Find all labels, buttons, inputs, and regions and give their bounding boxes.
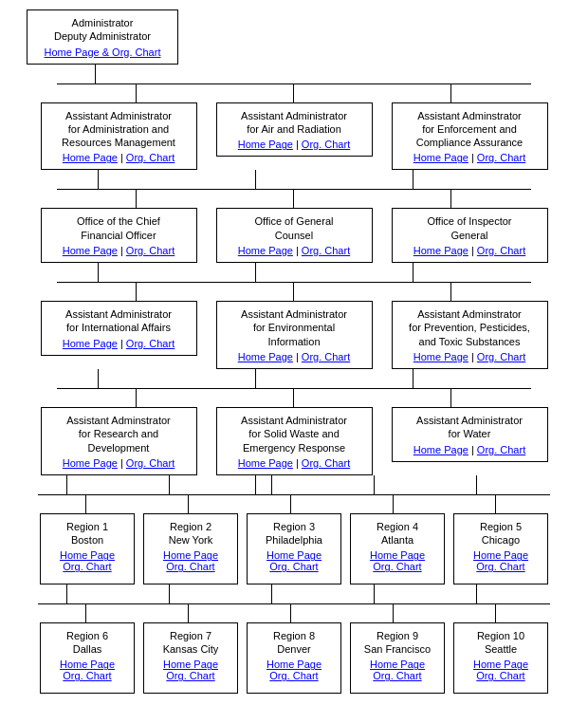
region8-node: Region 8 Denver Home Page Org. Chart <box>247 622 341 694</box>
r5-home[interactable]: Home Page <box>473 549 528 561</box>
research-home[interactable]: Home Page <box>63 457 118 469</box>
prevention-node: Assistant Adminstrator for Prevention, P… <box>392 301 548 369</box>
intl-org[interactable]: Org. Chart <box>126 338 175 349</box>
inspector-org[interactable]: Org. Chart <box>477 245 525 256</box>
r8-org[interactable]: Org. Chart <box>269 670 318 681</box>
r9-org[interactable]: Org. Chart <box>373 670 421 681</box>
r4-org[interactable]: Org. Chart <box>373 561 421 572</box>
cfo-node: Office of the Chief Financial Officer Ho… <box>41 208 197 263</box>
region5-node: Region 5 Chicago Home Page Org. Chart <box>453 513 548 584</box>
top-link1[interactable]: Home Page & Org. Chart <box>45 46 161 58</box>
gen-counsel-home[interactable]: Home Page <box>238 245 293 256</box>
water-node: Assistant Administrator for Water Home P… <box>392 407 548 462</box>
aa-air-node: Assistant Administrator for Air and Radi… <box>216 102 373 158</box>
org-chart: Administrator Deputy Administrator Home … <box>9 9 579 694</box>
aa-air-home[interactable]: Home Page <box>238 139 293 150</box>
r8-home[interactable]: Home Page <box>266 659 322 670</box>
top-title: Administrator Deputy Administrator <box>35 16 170 44</box>
top-line1: Administrator <box>35 16 170 29</box>
r4-home[interactable]: Home Page <box>370 549 425 561</box>
aa-admin-org[interactable]: Org. Chart <box>126 152 175 163</box>
aa-enforce-node: Assistant Adminstrator for Enforcement a… <box>392 102 548 171</box>
cfo-home[interactable]: Home Page <box>63 245 118 256</box>
region9-node: Region 9 San Francisco Home Page Org. Ch… <box>350 622 445 694</box>
inspector-node: Office of Inspector General Home Page | … <box>392 208 548 263</box>
r6-home[interactable]: Home Page <box>60 659 115 670</box>
r3-home[interactable]: Home Page <box>266 549 322 561</box>
r9-home[interactable]: Home Page <box>370 659 425 670</box>
solid-waste-org[interactable]: Org. Chart <box>302 457 350 469</box>
top-line2: Deputy Administrator <box>35 29 170 43</box>
solid-waste-home[interactable]: Home Page <box>238 457 293 469</box>
aa-enforce-org[interactable]: Org. Chart <box>477 152 525 163</box>
water-org[interactable]: Org. Chart <box>477 444 525 455</box>
aa-enforce-home[interactable]: Home Page <box>413 152 469 163</box>
cfo-org[interactable]: Org. Chart <box>126 245 175 256</box>
region6-node: Region 6 Dallas Home Page Org. Chart <box>40 622 135 694</box>
prevention-org[interactable]: Org. Chart <box>477 351 525 362</box>
aa-air-org[interactable]: Org. Chart <box>302 139 350 150</box>
r2-home[interactable]: Home Page <box>163 549 218 561</box>
top-node: Administrator Deputy Administrator Home … <box>27 9 178 65</box>
env-info-home[interactable]: Home Page <box>238 351 293 362</box>
r7-org[interactable]: Org. Chart <box>166 670 214 681</box>
top-links: Home Page & Org. Chart <box>35 46 170 58</box>
intl-node: Assistant Administrator for Internationa… <box>41 301 197 356</box>
r10-home[interactable]: Home Page <box>473 659 528 670</box>
r1-org[interactable]: Org. Chart <box>63 561 111 572</box>
region1-node: Region 1 Boston Home Page Org. Chart <box>40 513 135 584</box>
region10-node: Region 10 Seattle Home Page Org. Chart <box>453 622 548 694</box>
region7-node: Region 7 Kansas City Home Page Org. Char… <box>143 622 238 694</box>
r5-org[interactable]: Org. Chart <box>476 561 524 572</box>
water-home[interactable]: Home Page <box>413 444 469 455</box>
r7-home[interactable]: Home Page <box>163 659 218 670</box>
r6-org[interactable]: Org. Chart <box>63 670 111 681</box>
prevention-home[interactable]: Home Page <box>413 351 469 362</box>
research-org[interactable]: Org. Chart <box>126 457 175 469</box>
gen-counsel-node: Office of General Counsel Home Page | Or… <box>216 208 373 263</box>
region4-node: Region 4 Atlanta Home Page Org. Chart <box>350 513 445 584</box>
env-info-org[interactable]: Org. Chart <box>302 351 350 362</box>
intl-home[interactable]: Home Page <box>63 338 118 349</box>
region2-node: Region 2 New York Home Page Org. Chart <box>143 513 238 584</box>
inspector-home[interactable]: Home Page <box>413 245 469 256</box>
r1-home[interactable]: Home Page <box>60 549 115 561</box>
r2-org[interactable]: Org. Chart <box>166 561 214 572</box>
r10-org[interactable]: Org. Chart <box>476 670 524 681</box>
r3-org[interactable]: Org. Chart <box>269 561 318 572</box>
solid-waste-node: Assistant Administrator for Solid Waste … <box>216 407 373 475</box>
gen-counsel-org[interactable]: Org. Chart <box>302 245 350 256</box>
research-node: Assistant Adminstrator for Research and … <box>41 407 197 475</box>
region3-node: Region 3 Philadelphia Home Page Org. Cha… <box>247 513 341 584</box>
aa-admin-home[interactable]: Home Page <box>63 152 118 163</box>
env-info-node: Assistant Administrator for Environmenta… <box>216 301 373 369</box>
aa-admin-node: Assistant Administrator for Administrati… <box>41 102 197 171</box>
